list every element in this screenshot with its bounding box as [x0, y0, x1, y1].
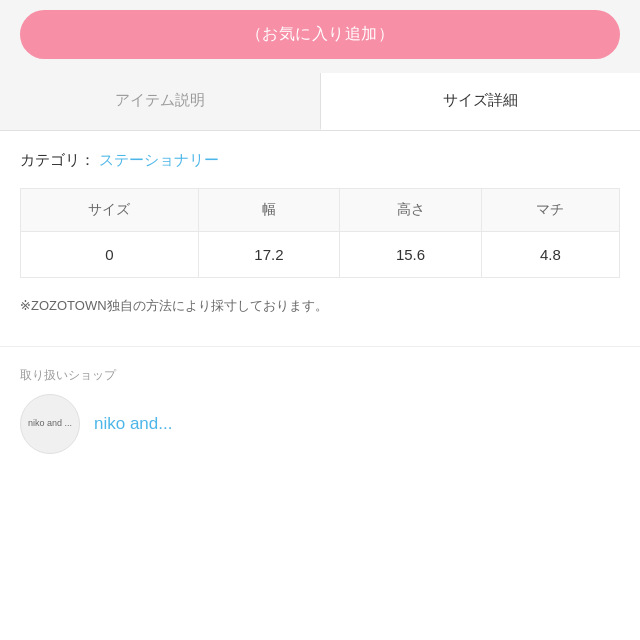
- shop-section-label: 取り扱いショップ: [20, 367, 620, 384]
- section-divider: [0, 346, 640, 347]
- shop-logo[interactable]: niko and ...: [20, 394, 80, 454]
- cell-size: 0: [21, 232, 199, 278]
- col-header-width: 幅: [198, 189, 340, 232]
- cell-width: 17.2: [198, 232, 340, 278]
- col-header-size: サイズ: [21, 189, 199, 232]
- category-link[interactable]: ステーショナリー: [99, 151, 219, 170]
- shop-name[interactable]: niko and...: [94, 414, 172, 434]
- cell-height: 15.6: [340, 232, 482, 278]
- cell-gusset: 4.8: [481, 232, 619, 278]
- col-header-height: 高さ: [340, 189, 482, 232]
- tab-item-description[interactable]: アイテム説明: [0, 73, 321, 130]
- favorite-button[interactable]: （お気に入り追加）: [20, 10, 620, 59]
- shop-logo-text: niko and ...: [28, 418, 72, 430]
- shop-section: 取り扱いショップ niko and ... niko and...: [0, 367, 640, 474]
- tabs-container: アイテム説明 サイズ詳細: [0, 73, 640, 131]
- size-detail-content: カテゴリ： ステーショナリー サイズ 幅 高さ マチ 0 17.2 15.6 4…: [0, 131, 640, 316]
- measurement-notice: ※ZOZOTOWN独自の方法により採寸しております。: [20, 296, 620, 316]
- table-row: 0 17.2 15.6 4.8: [21, 232, 620, 278]
- category-label: カテゴリ：: [20, 151, 95, 170]
- category-row: カテゴリ： ステーショナリー: [20, 151, 620, 170]
- size-table: サイズ 幅 高さ マチ 0 17.2 15.6 4.8: [20, 188, 620, 278]
- shop-info: niko and ... niko and...: [20, 394, 620, 454]
- top-button-area: （お気に入り追加）: [0, 0, 640, 73]
- col-header-gusset: マチ: [481, 189, 619, 232]
- tab-size-detail[interactable]: サイズ詳細: [321, 73, 641, 130]
